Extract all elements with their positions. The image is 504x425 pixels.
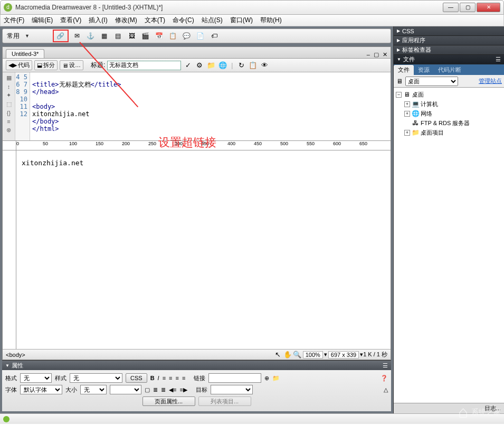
app-icon: d xyxy=(4,3,12,12)
validate-icon[interactable]: ✓ xyxy=(183,61,193,70)
tree-expand-icon[interactable]: + xyxy=(404,130,410,136)
window-size[interactable]: 697 x 339 xyxy=(328,351,359,358)
outdent-icon[interactable]: ◀≡ xyxy=(169,386,176,393)
code-text[interactable]: <title>无标题文档</title> </head> <body> xito… xyxy=(30,72,391,140)
file-mgmt-icon[interactable]: 📁 xyxy=(206,61,216,70)
watermark: ⌂ 系统之家 xyxy=(458,402,501,422)
menu-site[interactable]: 站点(S) xyxy=(202,16,223,25)
toolbar-category-label[interactable]: 常用 xyxy=(7,32,20,41)
refresh-icon[interactable]: ↻ xyxy=(236,61,246,70)
menu-file[interactable]: 文件(F) xyxy=(4,16,24,25)
css-panel-header[interactable]: ▶CSS xyxy=(394,26,504,36)
collapse-icon[interactable]: ▼ xyxy=(5,363,9,368)
italic-button[interactable]: I xyxy=(158,375,159,381)
tree-collapse-icon[interactable]: − xyxy=(396,92,402,98)
browse-folder-icon[interactable]: 📁 xyxy=(272,375,280,382)
app-footer xyxy=(0,413,504,424)
format-label: 格式 xyxy=(5,374,17,382)
tree-expand-icon[interactable]: + xyxy=(404,111,410,117)
menu-help[interactable]: 帮助(H) xyxy=(260,16,282,25)
assets-tab[interactable]: 资源 xyxy=(414,65,434,75)
table-icon[interactable]: ▦ xyxy=(99,31,110,41)
chevron-down-icon[interactable]: ▼ xyxy=(25,33,30,39)
maximize-button[interactable]: ▢ xyxy=(460,3,476,12)
code-view-button[interactable]: ◀▶代码 xyxy=(6,60,32,70)
help-icon[interactable]: ❓ xyxy=(381,375,388,382)
menu-edit[interactable]: 编辑(E) xyxy=(32,16,53,25)
menu-text[interactable]: 文本(T) xyxy=(145,16,165,25)
files-tab[interactable]: 文件 xyxy=(394,65,414,75)
split-view-button[interactable]: ⬓拆分 xyxy=(34,60,58,70)
chevron-down-icon[interactable]: ▾ xyxy=(324,351,327,358)
expand-icon[interactable]: △ xyxy=(384,386,388,393)
menu-view[interactable]: 查看(V) xyxy=(60,16,81,25)
align-center-icon[interactable]: ≡ xyxy=(169,375,172,381)
menu-command[interactable]: 命令(C) xyxy=(173,16,194,25)
tree-expand-icon[interactable]: + xyxy=(404,101,410,107)
hand-tool-icon[interactable]: ✋ xyxy=(283,350,292,360)
list-ul-icon[interactable]: ≣ xyxy=(153,386,158,393)
anchor-icon[interactable]: ⚓ xyxy=(85,31,96,41)
horizontal-ruler: 0 50 100 150 200 250 300 350 400 450 500… xyxy=(3,141,391,150)
server-icon[interactable]: 📋 xyxy=(168,31,178,41)
desktop-icon: 🖥 xyxy=(396,78,403,85)
close-button[interactable]: ✕ xyxy=(477,3,500,12)
bold-button[interactable]: B xyxy=(150,375,155,381)
size-label: 大小 xyxy=(65,386,77,394)
layout-icon[interactable]: ▤ xyxy=(113,31,123,41)
size-unit-select[interactable] xyxy=(110,385,141,394)
tag-selector[interactable]: <body> xyxy=(6,352,25,358)
document-tab[interactable]: Untitled-3* xyxy=(6,49,44,58)
image-icon[interactable]: 🖼 xyxy=(127,31,137,41)
design-content[interactable]: xitonzhijia.net xyxy=(16,150,391,349)
align-right-icon[interactable]: ≡ xyxy=(175,375,178,381)
minimize-button[interactable]: — xyxy=(443,3,459,12)
indent-icon[interactable]: ≡▶ xyxy=(179,386,187,393)
comment-icon[interactable]: 💬 xyxy=(182,31,192,41)
zoom-value[interactable]: 100% xyxy=(303,351,323,358)
css-button[interactable]: CSS xyxy=(126,373,147,383)
file-tree[interactable]: −🖥桌面 +💻计算机 +🌐网络 🖧FTP & RDS 服务器 +📁桌面项目 xyxy=(394,88,504,403)
date-icon[interactable]: 📅 xyxy=(154,31,165,41)
font-select[interactable]: 默认字体 xyxy=(20,385,62,394)
menu-insert[interactable]: 插入(I) xyxy=(89,16,107,25)
email-link-icon[interactable]: ✉ xyxy=(72,31,82,41)
app-panel-header[interactable]: ▶应用程序 xyxy=(394,36,504,45)
list-ol-icon[interactable]: ≣ xyxy=(161,386,166,393)
house-icon: ⌂ xyxy=(458,402,468,422)
media-icon[interactable]: 🎬 xyxy=(140,31,151,41)
color-swatch[interactable]: ▢ xyxy=(145,386,150,393)
format-select[interactable]: 无 xyxy=(20,373,52,383)
preview-icon[interactable]: 🌐 xyxy=(218,61,227,70)
panel-menu-icon[interactable]: ☰ xyxy=(383,362,388,369)
menu-modify[interactable]: 修改(M) xyxy=(115,16,137,25)
computer-icon: 💻 xyxy=(412,100,419,108)
select-tool-icon[interactable]: ↖ xyxy=(273,350,283,360)
page-properties-button[interactable]: 页面属性... xyxy=(142,396,195,406)
hyperlink-icon[interactable]: 🔗 xyxy=(55,31,66,41)
check-icon[interactable]: ⚙ xyxy=(195,61,204,70)
zoom-tool-icon[interactable]: 🔍 xyxy=(292,350,302,360)
design-view-button[interactable]: 🖥设… xyxy=(60,60,83,70)
link-input[interactable] xyxy=(208,373,261,383)
design-view[interactable]: xitonzhijia.net xyxy=(3,150,391,349)
target-select[interactable] xyxy=(211,385,253,394)
style-select[interactable]: 无 xyxy=(70,373,122,383)
template-icon[interactable]: 📄 xyxy=(195,31,206,41)
page-size: 1 K / 1 秒 xyxy=(363,351,387,358)
tag-icon[interactable]: 🏷 xyxy=(209,31,220,41)
tag-panel-header[interactable]: ▶标签检查器 xyxy=(394,45,504,55)
files-panel-header[interactable]: ▼文件☰ xyxy=(394,55,504,64)
size-select[interactable]: 无 xyxy=(80,385,107,394)
view-options-icon[interactable]: 📋 xyxy=(248,61,258,70)
align-left-icon[interactable]: ≡ xyxy=(163,375,166,381)
doc-window-controls[interactable]: – ▢ ✕ xyxy=(367,51,388,58)
visual-aids-icon[interactable]: 👁 xyxy=(260,61,269,70)
site-select[interactable]: 桌面 xyxy=(405,77,458,86)
manage-sites-link[interactable]: 管理站点 xyxy=(479,77,502,85)
snippets-tab[interactable]: 代码片断 xyxy=(434,65,465,75)
page-title-input[interactable] xyxy=(107,61,181,70)
menu-window[interactable]: 窗口(W) xyxy=(230,16,253,25)
point-to-file-icon[interactable]: ⊕ xyxy=(264,375,269,382)
align-justify-icon[interactable]: ≡ xyxy=(182,375,185,381)
